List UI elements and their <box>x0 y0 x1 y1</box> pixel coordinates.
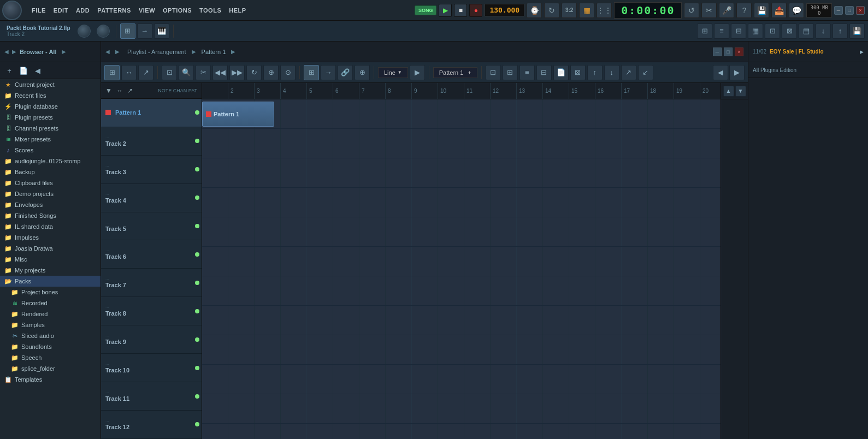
add-track-btn[interactable]: ▼ <box>105 87 112 94</box>
grid-row-10[interactable] <box>202 365 721 394</box>
browser-item-templates[interactable]: 📋 Templates <box>0 374 101 385</box>
browser-item-clipboard[interactable]: 📁 Clipboard files <box>0 177 101 188</box>
browser-item-finished-songs[interactable]: 📁 Finished Songs <box>0 210 101 221</box>
track-row-6[interactable]: ··· Track 6 <box>101 240 202 269</box>
track-row-5[interactable]: ··· Track 5 <box>101 212 202 241</box>
play-button[interactable]: ▶ <box>439 4 452 17</box>
menu-tools[interactable]: TOOLS <box>196 5 225 16</box>
loop-tool-btn[interactable]: ↻ <box>246 65 262 80</box>
browser-back-btn[interactable]: ◀ <box>32 64 44 76</box>
grid-row-8[interactable] <box>202 306 721 335</box>
menu-help[interactable]: HELP <box>226 5 249 16</box>
browser-add-btn[interactable]: + <box>3 64 15 76</box>
cpu-btn[interactable]: ↺ <box>684 3 699 18</box>
view-list-btn[interactable]: ≡ <box>519 65 535 80</box>
scroll-right-btn[interactable]: ▶ <box>729 65 745 80</box>
browser-item-plugin-presets[interactable]: 🎛 Plugin presets <box>0 112 101 123</box>
scroll-left-btn[interactable]: ◀ <box>713 65 728 80</box>
arrow-right-btn[interactable]: ▶▶ <box>229 65 245 80</box>
menu-patterns[interactable]: PATTERNS <box>94 5 134 16</box>
close-playlist[interactable]: × <box>735 48 743 56</box>
mixer-view-btn[interactable]: ≡ <box>714 23 729 39</box>
close-window[interactable]: × <box>856 6 865 15</box>
metronome-btn[interactable]: ⌚ <box>527 3 542 18</box>
browser-item-samples[interactable]: 📁 Samples <box>0 319 101 330</box>
grid-row-3[interactable] <box>202 158 721 188</box>
master-volume-knob[interactable] <box>78 25 91 38</box>
pattern-selector[interactable]: Pattern 1 + <box>433 67 477 78</box>
minimize-playlist[interactable]: ─ <box>713 48 722 56</box>
browser-item-soundfonts[interactable]: 📁 Soundfonts <box>0 341 101 352</box>
browser-item-recorded[interactable]: ≋ Recorded <box>0 298 101 309</box>
track-collapse-btn[interactable]: ↗ <box>127 87 133 94</box>
browser-view-btn[interactable]: ⊡ <box>765 23 780 39</box>
browser-item-speech[interactable]: 📁 Speech <box>0 352 101 363</box>
browser-item-scores[interactable]: ♪ Scores <box>0 145 101 156</box>
pattern-block-1[interactable]: Pattern 1 <box>202 102 274 127</box>
sale-expand-btn[interactable]: ▶ <box>860 49 864 55</box>
cut-btn[interactable]: ✂ <box>196 65 211 80</box>
mixer2-btn[interactable]: ⊠ <box>782 23 797 39</box>
browser-item-my-projects[interactable]: 📁 My projects <box>0 265 101 276</box>
browser-item-plugin-database[interactable]: ⚡ Plugin database <box>0 101 101 112</box>
browser-file-btn[interactable]: 📄 <box>17 64 29 76</box>
browser-item-splice-folder[interactable]: 📁 splice_folder <box>0 363 101 374</box>
bpm-display[interactable]: 130.000 <box>485 4 524 16</box>
snap-tool-btn[interactable]: ⊙ <box>280 65 296 80</box>
step-sequencer-btn[interactable]: ⊞ <box>120 23 135 39</box>
stamp-btn[interactable]: ⊕ <box>355 65 370 80</box>
line-arrow-btn[interactable]: ▶ <box>410 65 425 80</box>
scroll-up-btn[interactable]: ▲ <box>723 86 734 97</box>
menu-add[interactable]: ADD <box>73 5 93 16</box>
maximize-playlist[interactable]: □ <box>724 48 733 56</box>
song-button[interactable]: SONG <box>415 5 437 15</box>
piano-roll-btn[interactable]: 🎹 <box>154 23 169 39</box>
zoom-in-btn[interactable]: ⊕ <box>263 65 279 80</box>
grid-row-1[interactable]: Pattern 1 <box>202 99 721 129</box>
snap-btn[interactable]: ✂ <box>701 3 717 18</box>
file-add-btn[interactable]: 📄 <box>553 65 569 80</box>
grid-row-2[interactable] <box>202 129 721 158</box>
line-selector[interactable]: Line ▼ <box>378 67 408 78</box>
step-btn[interactable]: ⋮⋮ <box>597 3 612 18</box>
piano-view-btn[interactable]: ▦ <box>748 23 763 39</box>
grid-row-4[interactable] <box>202 188 721 217</box>
arrow-left-btn[interactable]: ◀◀ <box>212 65 228 80</box>
browser-item-recent-files[interactable]: 📁 Recent files <box>0 90 101 101</box>
grid-row-6[interactable] <box>202 247 721 276</box>
channel-btn[interactable]: ⊠ <box>570 65 586 80</box>
arrow-down-btn2[interactable]: ↓ <box>604 65 619 80</box>
browser-item-envelopes[interactable]: 📁 Envelopes <box>0 199 101 210</box>
record-button[interactable]: ● <box>469 4 482 17</box>
grid-row-11[interactable] <box>202 394 721 424</box>
track-row-10[interactable]: ··· Track 10 <box>101 354 202 382</box>
link-tool-btn[interactable]: 🔗 <box>338 65 353 80</box>
track-options-btn[interactable]: ↔ <box>116 87 123 94</box>
view-grid-btn[interactable]: ⊞ <box>503 65 518 80</box>
browser-item-audiojungle[interactable]: 📁 audiojungle..0125-stomp <box>0 156 101 167</box>
track-row-9[interactable]: ··· Track 9 <box>101 325 202 354</box>
minimize-window[interactable]: ─ <box>834 6 843 15</box>
draw-mode-btn[interactable]: ↔ <box>121 65 137 80</box>
save-btn[interactable]: 💾 <box>754 3 769 18</box>
browser-item-current-project[interactable]: ★ Current project <box>0 79 101 90</box>
time-sig-btn[interactable]: 3:2 <box>562 3 577 18</box>
export-tool-btn[interactable]: ↗ <box>621 65 636 80</box>
browser-item-rendered[interactable]: 📁 Rendered <box>0 309 101 319</box>
track-row-12[interactable]: ··· Track 12 <box>101 411 202 439</box>
browser-item-project-bones[interactable]: 📁 Project bones <box>0 287 101 298</box>
audio-tool-btn[interactable]: ⊞ <box>304 65 319 80</box>
download-btn[interactable]: ↓ <box>816 23 831 39</box>
arrow-next-btn[interactable]: → <box>137 23 152 39</box>
track-row-1[interactable]: Pattern 1 <box>101 99 202 127</box>
maximize-window[interactable]: □ <box>845 6 854 15</box>
track-row-7[interactable]: ··· Track 7 <box>101 269 202 297</box>
master-pitch-knob[interactable] <box>97 25 110 38</box>
grid-row-7[interactable] <box>202 276 721 306</box>
menu-file[interactable]: FILE <box>28 5 49 16</box>
chat-btn[interactable]: 💬 <box>789 3 804 18</box>
track-row-11[interactable]: ··· Track 11 <box>101 382 202 411</box>
share-btn[interactable]: 📤 <box>771 3 787 18</box>
track-row-2[interactable]: ··· Track 2 <box>101 127 202 156</box>
export-btn[interactable]: ↑ <box>832 23 848 39</box>
